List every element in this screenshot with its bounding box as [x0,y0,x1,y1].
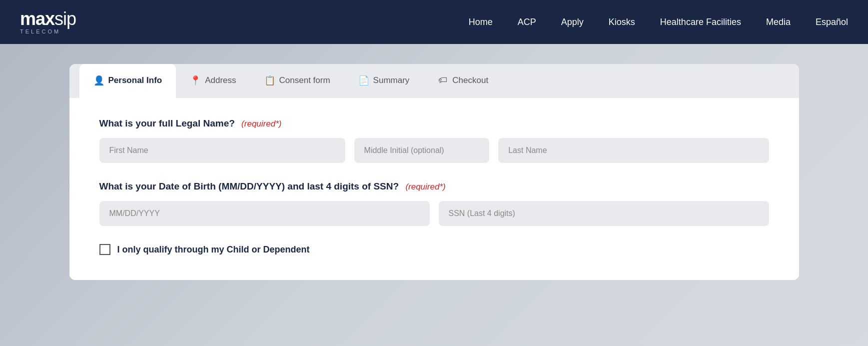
form-card: 👤 Personal Info 📍 Address 📋 Consent form… [69,64,799,280]
legal-name-question-text: What is your full Legal Name? [99,118,235,128]
dob-input[interactable] [99,201,430,226]
dependent-checkbox-label: I only qualify through my Child or Depen… [117,244,310,255]
nav-espanol[interactable]: Español [816,17,848,28]
tab-personal-info[interactable]: 👤 Personal Info [79,64,176,98]
address-icon: 📍 [190,75,201,86]
tab-address[interactable]: 📍 Address [176,64,250,98]
logo-text: maxsip [20,10,76,28]
ssn-input[interactable] [439,201,769,226]
first-name-input[interactable] [99,138,345,163]
nav-kiosks[interactable]: Kiosks [609,17,635,28]
middle-initial-input[interactable] [354,138,490,163]
dependent-checkbox-row: I only qualify through my Child or Depen… [99,244,769,255]
logo-bold: max [20,8,54,29]
consent-icon: 📋 [264,75,275,86]
last-name-input[interactable] [498,138,769,163]
dob-ssn-inputs [99,201,769,226]
last-name-wrap [498,138,769,163]
summary-icon: 📄 [358,75,369,86]
nav-links: Home ACP Apply Kiosks Healthcare Facilit… [469,17,848,28]
tab-checkout-label: Checkout [452,76,488,86]
person-icon: 👤 [93,75,104,86]
tab-address-label: Address [205,76,236,86]
logo-subtitle: TELECOM [20,29,76,34]
nav-acp[interactable]: ACP [518,17,536,28]
first-name-wrap [99,138,345,163]
tab-checkout[interactable]: 🏷 Checkout [423,64,502,98]
logo: maxsip TELECOM [20,10,76,34]
dob-question: What is your Date of Birth (MM/DD/YYYY) … [99,181,769,192]
legal-name-question: What is your full Legal Name? (required*… [99,118,769,129]
legal-name-required-label: (required*) [241,119,281,128]
tab-consent-form-label: Consent form [279,76,330,86]
tab-consent-form[interactable]: 📋 Consent form [250,64,344,98]
nav-healthcare-facilities[interactable]: Healthcare Facilities [660,17,741,28]
checkout-icon: 🏷 [437,75,448,86]
dob-wrap [99,201,430,226]
nav-home[interactable]: Home [469,17,493,28]
form-body: What is your full Legal Name? (required*… [69,98,799,280]
tab-summary[interactable]: 📄 Summary [344,64,424,98]
ssn-wrap [439,201,769,226]
nav-apply[interactable]: Apply [561,17,584,28]
legal-name-inputs [99,138,769,163]
dependent-checkbox[interactable] [99,244,110,255]
dob-required-label: (required*) [405,182,445,192]
dob-question-text: What is your Date of Birth (MM/DD/YYYY) … [99,181,399,192]
tab-bar: 👤 Personal Info 📍 Address 📋 Consent form… [69,64,799,98]
middle-initial-wrap [354,138,490,163]
navigation: maxsip TELECOM Home ACP Apply Kiosks Hea… [0,0,868,44]
nav-media[interactable]: Media [766,17,791,28]
tab-summary-label: Summary [373,76,410,86]
logo-light: sip [54,8,76,29]
page-background: 👤 Personal Info 📍 Address 📋 Consent form… [0,44,868,346]
tab-personal-info-label: Personal Info [108,76,162,86]
